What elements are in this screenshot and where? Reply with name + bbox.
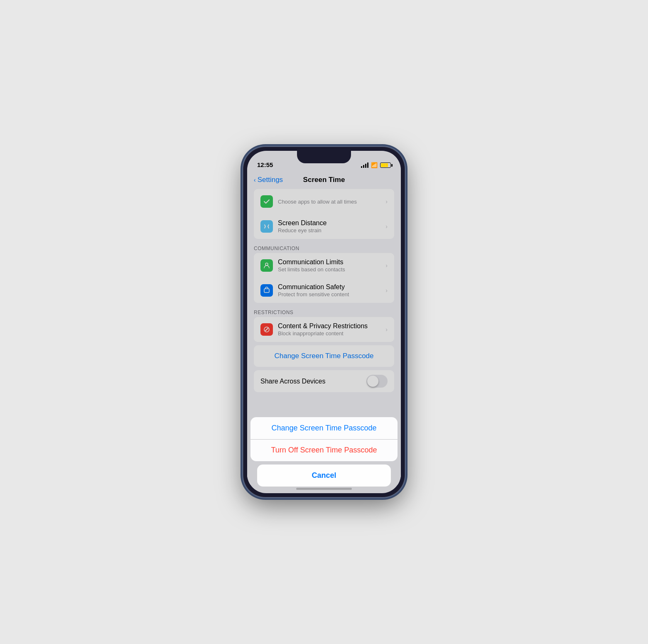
status-icons: 📶 ⚡ (361, 162, 391, 168)
sheet-cancel-label: Cancel (312, 471, 336, 480)
sheet-cancel-button[interactable]: Cancel (257, 465, 391, 487)
phone-screen: 12:55 📶 ⚡ ‹ Settings Scr (247, 151, 401, 493)
sheet-overlay: Change Screen Time Passcode Turn Off Scr… (247, 151, 401, 493)
sheet-change-passcode-item[interactable]: Change Screen Time Passcode (250, 417, 398, 439)
sheet-turn-off-label: Turn Off Screen Time Passcode (271, 446, 377, 455)
home-indicator (296, 488, 352, 490)
sheet-container: Change Screen Time Passcode Turn Off Scr… (247, 417, 401, 493)
phone-frame: 12:55 📶 ⚡ ‹ Settings Scr (243, 147, 405, 497)
notch (297, 151, 351, 163)
battery-icon: ⚡ (380, 162, 391, 168)
sheet-main: Change Screen Time Passcode Turn Off Scr… (250, 417, 398, 461)
status-time: 12:55 (257, 161, 273, 168)
sheet-turn-off-item[interactable]: Turn Off Screen Time Passcode (250, 439, 398, 461)
sheet-change-passcode-label: Change Screen Time Passcode (271, 424, 376, 433)
wifi-icon: 📶 (371, 162, 378, 168)
signal-icon (361, 162, 368, 168)
